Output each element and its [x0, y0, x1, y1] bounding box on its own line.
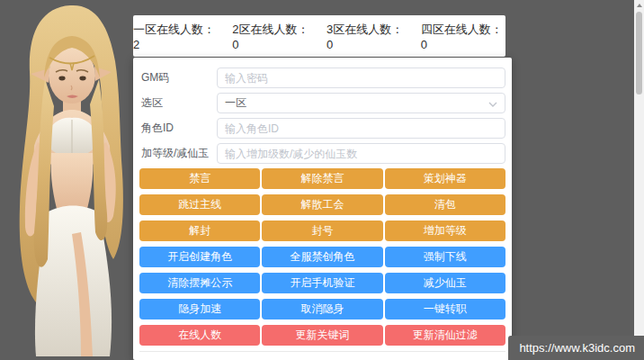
role-id-label: 角色ID: [139, 121, 217, 136]
zone-label: 选区: [139, 95, 217, 111]
link-status-url: https://www.k3idc.com: [519, 341, 635, 355]
character-artwork: [0, 0, 142, 356]
button-row-7: 在线人数 更新关键词 更新清仙过滤: [139, 325, 505, 346]
clear-stall-notice-button[interactable]: 清除摆摊公示: [139, 273, 260, 293]
gm-code-label: GM码: [139, 70, 217, 86]
button-row-3: 解封 封号 增加等级: [139, 220, 505, 241]
ban-account-button[interactable]: 封号: [262, 220, 382, 241]
update-filter-button[interactable]: 更新清仙过滤: [385, 325, 505, 346]
role-id-input[interactable]: [217, 118, 505, 139]
level-jade-input[interactable]: [217, 143, 505, 164]
enable-create-role-button[interactable]: 开启创建角色: [139, 247, 260, 267]
zone2-online-count: 2区在线人数：0: [232, 22, 312, 51]
zone1-online-count: 一区在线人数：2: [133, 22, 218, 51]
gm-code-row: GM码: [139, 68, 505, 88]
online-count-button[interactable]: 在线人数: [139, 325, 260, 346]
vertical-scrollbar[interactable]: [634, 0, 644, 360]
button-row-1: 禁言 解除禁言 策划神器: [139, 168, 505, 189]
chevron-down-icon: [488, 100, 497, 109]
zone4-online-count: 四区在线人数：0: [421, 22, 505, 51]
zone-select[interactable]: 一区: [217, 93, 505, 113]
skip-mainquest-button[interactable]: 跳过主线: [139, 194, 260, 215]
reduce-jade-button[interactable]: 减少仙玉: [385, 273, 505, 293]
scrollbar-thumb[interactable]: [636, 12, 642, 94]
update-keywords-button[interactable]: 更新关键词: [262, 325, 382, 346]
cancel-stealth-button[interactable]: 取消隐身: [262, 299, 382, 320]
zone-row: 选区 一区: [139, 93, 505, 113]
button-row-5: 清除摆摊公示 开启手机验证 减少仙玉: [139, 273, 505, 293]
unmute-button[interactable]: 解除禁言: [262, 168, 382, 189]
one-key-class-change-button[interactable]: 一键转职: [385, 299, 505, 320]
clear-bag-button[interactable]: 清包: [385, 194, 505, 215]
button-row-4: 开启创建角色 全服禁创角色 强制下线: [139, 247, 505, 267]
gm-panel-card: GM码 选区 一区 角色ID 加等级/减仙玉 禁言 解除禁言 策划神器 跳过主线…: [133, 58, 512, 360]
force-offline-button[interactable]: 强制下线: [385, 247, 505, 267]
button-row-6: 隐身加速 取消隐身 一键转职: [139, 299, 505, 320]
disable-create-role-button[interactable]: 全服禁创角色: [262, 247, 382, 267]
level-jade-label: 加等级/减仙玉: [139, 146, 217, 161]
enable-phone-verify-button[interactable]: 开启手机验证: [262, 273, 382, 293]
online-counts-bar: 一区在线人数：2 2区在线人数：0 3区在线人数：0 四区在线人数：0: [133, 15, 505, 57]
button-row-2: 跳过主线 解散工会 清包: [139, 194, 505, 215]
section-divider: [139, 351, 505, 352]
disband-guild-button[interactable]: 解散工会: [262, 194, 382, 215]
scrollbar-up-arrow-icon[interactable]: [637, 4, 642, 7]
zone-select-value: 一区: [225, 95, 246, 111]
unban-button[interactable]: 解封: [139, 220, 260, 241]
level-jade-row: 加等级/减仙玉: [139, 143, 505, 164]
stealth-speed-button[interactable]: 隐身加速: [139, 299, 260, 320]
planner-tool-button[interactable]: 策划神器: [385, 168, 505, 189]
link-status-bar: https://www.k3idc.com: [508, 336, 644, 360]
gm-code-input[interactable]: [217, 68, 505, 88]
zone3-online-count: 3区在线人数：0: [326, 22, 407, 51]
mute-button[interactable]: 禁言: [139, 168, 260, 189]
add-level-button[interactable]: 增加等级: [385, 220, 505, 241]
role-id-row: 角色ID: [139, 118, 505, 139]
